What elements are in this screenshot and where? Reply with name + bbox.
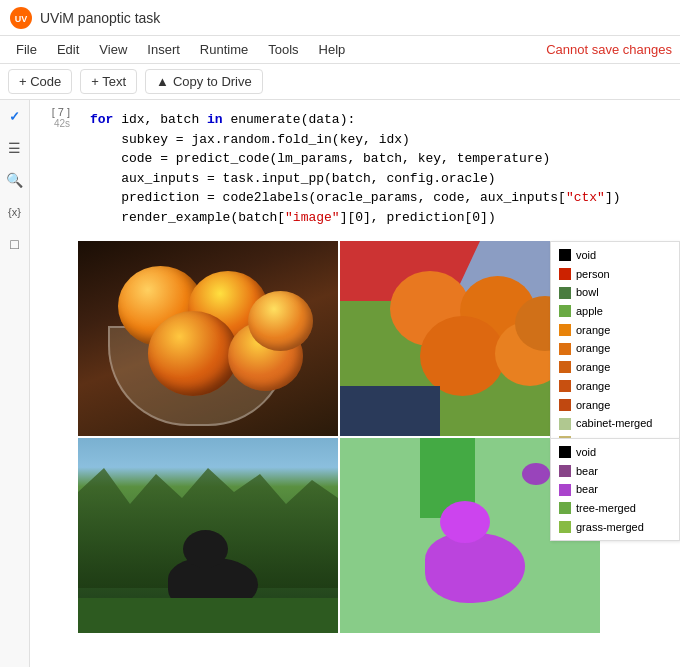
sidebar: ✓ ☰ 🔍 {x} □ bbox=[0, 100, 30, 667]
legend-item-orange4: orange bbox=[559, 377, 671, 396]
legend-item-person: person bbox=[559, 265, 671, 284]
code-cell: [ 7 ] 42s for idx, batch in enumerate(da… bbox=[30, 100, 680, 237]
sidebar-search-icon[interactable]: 🔍 bbox=[5, 170, 25, 190]
save-warning: Cannot save changes bbox=[546, 42, 672, 57]
output-area: void person bowl apple orange orange ora… bbox=[30, 237, 680, 633]
legend-item-orange5: orange bbox=[559, 396, 671, 415]
toolbar: + Code + Text ▲ Copy to Drive bbox=[0, 64, 680, 100]
menu-edit[interactable]: Edit bbox=[49, 40, 87, 59]
legend-item-orange2: orange bbox=[559, 339, 671, 358]
main-layout: ✓ ☰ 🔍 {x} □ [ 7 ] 42s for idx, batch in … bbox=[0, 100, 680, 667]
add-text-button[interactable]: + Text bbox=[80, 69, 137, 94]
cell-execution-number: [ 7 ] bbox=[30, 106, 70, 118]
legend-bear-1: bear bbox=[559, 462, 671, 481]
legend-item-orange3: orange bbox=[559, 358, 671, 377]
legend-bear-grass: grass-merged bbox=[559, 518, 671, 537]
app-logo: UV bbox=[10, 7, 32, 29]
svg-text:UV: UV bbox=[15, 14, 28, 24]
sidebar-menu-icon[interactable]: ☰ bbox=[5, 138, 25, 158]
cell-code-content[interactable]: for idx, batch in enumerate(data): subke… bbox=[78, 104, 680, 233]
menu-help[interactable]: Help bbox=[311, 40, 354, 59]
legend-item-bowl: bowl bbox=[559, 283, 671, 302]
add-code-button[interactable]: + Code bbox=[8, 69, 72, 94]
legend-item-void: void bbox=[559, 246, 671, 265]
bear-legend: void bear bear tree-merged grass-merged bbox=[550, 438, 680, 541]
drive-icon: ▲ bbox=[156, 74, 169, 89]
legend-bear-2: bear bbox=[559, 480, 671, 499]
legend-bear-tree: tree-merged bbox=[559, 499, 671, 518]
menu-tools[interactable]: Tools bbox=[260, 40, 306, 59]
menu-file[interactable]: File bbox=[8, 40, 45, 59]
output-row-2: void bear bear tree-merged grass-merged bbox=[78, 438, 680, 633]
menu-view[interactable]: View bbox=[91, 40, 135, 59]
sidebar-files-icon[interactable]: □ bbox=[5, 234, 25, 254]
code-area[interactable]: [ 7 ] 42s for idx, batch in enumerate(da… bbox=[30, 100, 680, 667]
output-row-1: void person bowl apple orange orange ora… bbox=[78, 241, 680, 436]
cell-check-icon: ✓ bbox=[5, 106, 25, 126]
legend-bear-void: void bbox=[559, 443, 671, 462]
copy-to-drive-button[interactable]: ▲ Copy to Drive bbox=[145, 69, 263, 94]
cell-execution-time: 42s bbox=[30, 118, 70, 129]
fruit-photo bbox=[78, 241, 338, 436]
legend-item-cabinet: cabinet-merged bbox=[559, 414, 671, 433]
sidebar-variables-icon[interactable]: {x} bbox=[5, 202, 25, 222]
app-title: UViM panoptic task bbox=[40, 10, 160, 26]
legend-item-apple: apple bbox=[559, 302, 671, 321]
code-block[interactable]: for idx, batch in enumerate(data): subke… bbox=[82, 106, 676, 231]
menu-bar: File Edit View Insert Runtime Tools Help… bbox=[0, 36, 680, 64]
legend-item-orange1: orange bbox=[559, 321, 671, 340]
menu-runtime[interactable]: Runtime bbox=[192, 40, 256, 59]
menu-insert[interactable]: Insert bbox=[139, 40, 188, 59]
bear-photo bbox=[78, 438, 338, 633]
title-bar: UV UViM panoptic task bbox=[0, 0, 680, 36]
